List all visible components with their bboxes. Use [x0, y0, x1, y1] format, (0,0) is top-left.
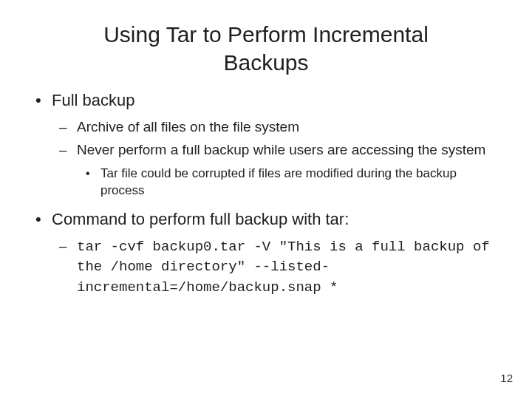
bullet-level2: Archive of all files on the file system — [52, 117, 502, 137]
bullet-list-level2: tar -cvf backup0.tar -V "This is a full … — [52, 236, 502, 298]
bullet-text: Archive of all files on the file system — [77, 119, 299, 134]
bullet-text-code: tar -cvf backup0.tar -V "This is a full … — [77, 239, 490, 296]
bullet-level1: Full backup Archive of all files on the … — [30, 89, 502, 200]
page-number: 12 — [500, 372, 513, 384]
slide: Using Tar to Perform Incremental Backups… — [0, 0, 532, 399]
slide-title: Using Tar to Perform Incremental Backups — [59, 21, 473, 76]
bullet-text: Full backup — [52, 91, 135, 109]
bullet-level2: Never perform a full backup while users … — [52, 140, 502, 200]
bullet-level3: Tar file could be corrupted if files are… — [77, 166, 502, 200]
bullet-level2: tar -cvf backup0.tar -V "This is a full … — [52, 236, 502, 298]
bullet-text: Tar file could be corrupted if files are… — [100, 166, 457, 197]
bullet-text: Command to perform full backup with tar: — [52, 210, 349, 228]
bullet-list-level3: Tar file could be corrupted if files are… — [77, 166, 502, 200]
bullet-list-level2: Archive of all files on the file system … — [52, 117, 502, 200]
bullet-text: Never perform a full backup while users … — [77, 142, 485, 157]
bullet-level1: Command to perform full backup with tar:… — [30, 208, 502, 298]
bullet-list: Full backup Archive of all files on the … — [30, 89, 502, 297]
